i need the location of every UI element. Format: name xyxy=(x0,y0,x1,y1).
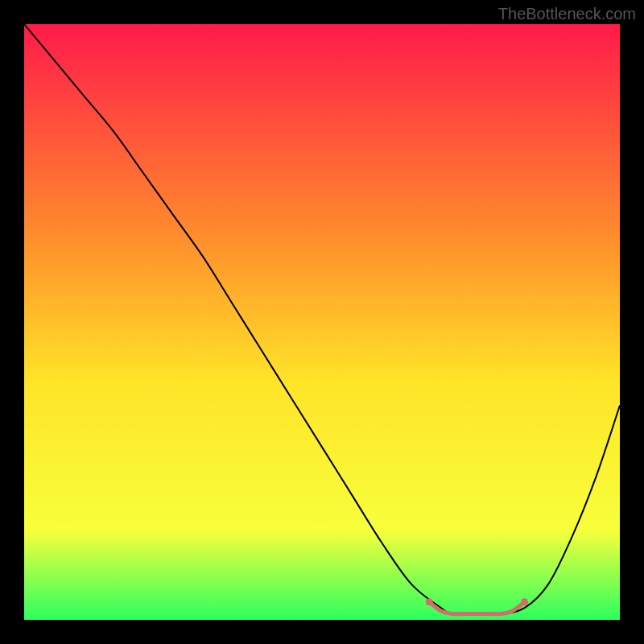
chart-area xyxy=(24,24,620,620)
watermark-text: TheBottleneck.com xyxy=(498,5,636,23)
gradient-background xyxy=(24,24,620,620)
chart-svg xyxy=(24,24,620,620)
optimal-range-end-dot xyxy=(521,598,528,605)
optimal-range-start-dot xyxy=(426,598,433,605)
